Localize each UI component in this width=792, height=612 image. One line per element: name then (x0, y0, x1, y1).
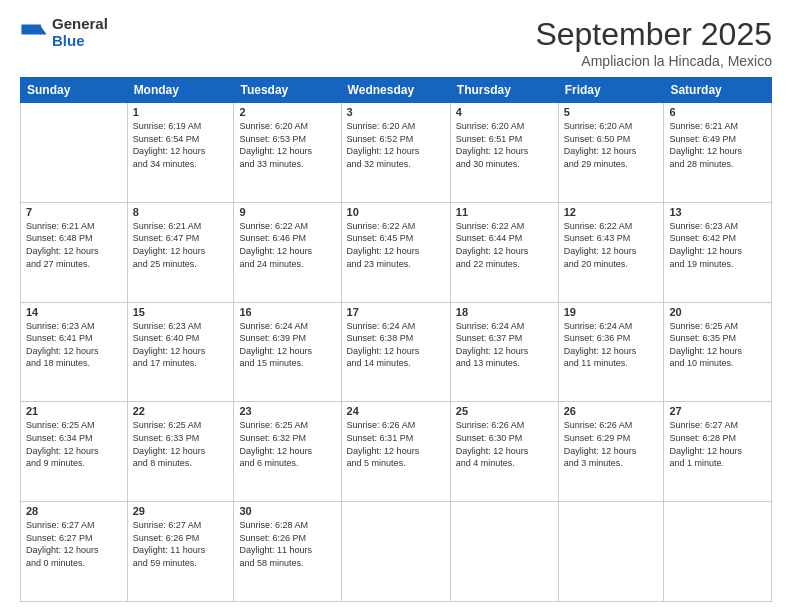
day-number: 26 (564, 405, 659, 417)
day-content: Sunrise: 6:28 AM Sunset: 6:26 PM Dayligh… (239, 519, 335, 569)
calendar-cell: 20Sunrise: 6:25 AM Sunset: 6:35 PM Dayli… (664, 302, 772, 402)
day-number: 11 (456, 206, 553, 218)
day-header-thursday: Thursday (450, 78, 558, 103)
day-content: Sunrise: 6:25 AM Sunset: 6:32 PM Dayligh… (239, 419, 335, 469)
calendar-cell: 10Sunrise: 6:22 AM Sunset: 6:45 PM Dayli… (341, 202, 450, 302)
day-header-tuesday: Tuesday (234, 78, 341, 103)
calendar-cell: 16Sunrise: 6:24 AM Sunset: 6:39 PM Dayli… (234, 302, 341, 402)
day-number: 15 (133, 306, 229, 318)
day-header-monday: Monday (127, 78, 234, 103)
day-number: 25 (456, 405, 553, 417)
day-content: Sunrise: 6:23 AM Sunset: 6:41 PM Dayligh… (26, 320, 122, 370)
day-header-sunday: Sunday (21, 78, 128, 103)
logo-general: General (52, 16, 108, 33)
calendar-cell: 28Sunrise: 6:27 AM Sunset: 6:27 PM Dayli… (21, 502, 128, 602)
day-number: 20 (669, 306, 766, 318)
day-content: Sunrise: 6:21 AM Sunset: 6:49 PM Dayligh… (669, 120, 766, 170)
logo-blue: Blue (52, 33, 108, 50)
day-number: 29 (133, 505, 229, 517)
day-header-saturday: Saturday (664, 78, 772, 103)
calendar-cell: 30Sunrise: 6:28 AM Sunset: 6:26 PM Dayli… (234, 502, 341, 602)
day-number: 30 (239, 505, 335, 517)
calendar-cell: 6Sunrise: 6:21 AM Sunset: 6:49 PM Daylig… (664, 103, 772, 203)
logo-icon (20, 19, 48, 47)
calendar-cell: 27Sunrise: 6:27 AM Sunset: 6:28 PM Dayli… (664, 402, 772, 502)
day-content: Sunrise: 6:25 AM Sunset: 6:35 PM Dayligh… (669, 320, 766, 370)
calendar-cell: 19Sunrise: 6:24 AM Sunset: 6:36 PM Dayli… (558, 302, 664, 402)
week-row-1: 1Sunrise: 6:19 AM Sunset: 6:54 PM Daylig… (21, 103, 772, 203)
calendar-cell: 7Sunrise: 6:21 AM Sunset: 6:48 PM Daylig… (21, 202, 128, 302)
day-number: 12 (564, 206, 659, 218)
day-number: 3 (347, 106, 445, 118)
day-number: 1 (133, 106, 229, 118)
day-content: Sunrise: 6:24 AM Sunset: 6:39 PM Dayligh… (239, 320, 335, 370)
day-content: Sunrise: 6:27 AM Sunset: 6:26 PM Dayligh… (133, 519, 229, 569)
day-number: 24 (347, 405, 445, 417)
logo-text: General Blue (52, 16, 108, 49)
calendar-cell: 3Sunrise: 6:20 AM Sunset: 6:52 PM Daylig… (341, 103, 450, 203)
day-number: 21 (26, 405, 122, 417)
calendar-cell: 15Sunrise: 6:23 AM Sunset: 6:40 PM Dayli… (127, 302, 234, 402)
calendar-cell: 8Sunrise: 6:21 AM Sunset: 6:47 PM Daylig… (127, 202, 234, 302)
calendar-cell: 5Sunrise: 6:20 AM Sunset: 6:50 PM Daylig… (558, 103, 664, 203)
day-content: Sunrise: 6:26 AM Sunset: 6:31 PM Dayligh… (347, 419, 445, 469)
day-content: Sunrise: 6:21 AM Sunset: 6:48 PM Dayligh… (26, 220, 122, 270)
day-content: Sunrise: 6:22 AM Sunset: 6:46 PM Dayligh… (239, 220, 335, 270)
calendar-cell: 24Sunrise: 6:26 AM Sunset: 6:31 PM Dayli… (341, 402, 450, 502)
calendar: SundayMondayTuesdayWednesdayThursdayFrid… (20, 77, 772, 602)
month-title: September 2025 (535, 16, 772, 53)
day-content: Sunrise: 6:20 AM Sunset: 6:50 PM Dayligh… (564, 120, 659, 170)
calendar-cell: 14Sunrise: 6:23 AM Sunset: 6:41 PM Dayli… (21, 302, 128, 402)
day-number: 22 (133, 405, 229, 417)
day-number: 7 (26, 206, 122, 218)
week-row-3: 14Sunrise: 6:23 AM Sunset: 6:41 PM Dayli… (21, 302, 772, 402)
day-number: 28 (26, 505, 122, 517)
day-number: 9 (239, 206, 335, 218)
day-content: Sunrise: 6:24 AM Sunset: 6:37 PM Dayligh… (456, 320, 553, 370)
header-row: SundayMondayTuesdayWednesdayThursdayFrid… (21, 78, 772, 103)
day-content: Sunrise: 6:19 AM Sunset: 6:54 PM Dayligh… (133, 120, 229, 170)
calendar-cell: 29Sunrise: 6:27 AM Sunset: 6:26 PM Dayli… (127, 502, 234, 602)
day-content: Sunrise: 6:22 AM Sunset: 6:43 PM Dayligh… (564, 220, 659, 270)
calendar-cell: 1Sunrise: 6:19 AM Sunset: 6:54 PM Daylig… (127, 103, 234, 203)
calendar-cell: 9Sunrise: 6:22 AM Sunset: 6:46 PM Daylig… (234, 202, 341, 302)
calendar-cell (664, 502, 772, 602)
day-content: Sunrise: 6:20 AM Sunset: 6:53 PM Dayligh… (239, 120, 335, 170)
day-content: Sunrise: 6:25 AM Sunset: 6:34 PM Dayligh… (26, 419, 122, 469)
calendar-cell: 21Sunrise: 6:25 AM Sunset: 6:34 PM Dayli… (21, 402, 128, 502)
day-number: 14 (26, 306, 122, 318)
logo: General Blue (20, 16, 108, 49)
day-number: 23 (239, 405, 335, 417)
day-content: Sunrise: 6:20 AM Sunset: 6:52 PM Dayligh… (347, 120, 445, 170)
calendar-cell: 18Sunrise: 6:24 AM Sunset: 6:37 PM Dayli… (450, 302, 558, 402)
calendar-cell: 23Sunrise: 6:25 AM Sunset: 6:32 PM Dayli… (234, 402, 341, 502)
day-number: 16 (239, 306, 335, 318)
calendar-cell: 17Sunrise: 6:24 AM Sunset: 6:38 PM Dayli… (341, 302, 450, 402)
day-number: 8 (133, 206, 229, 218)
day-number: 2 (239, 106, 335, 118)
day-content: Sunrise: 6:21 AM Sunset: 6:47 PM Dayligh… (133, 220, 229, 270)
calendar-table: SundayMondayTuesdayWednesdayThursdayFrid… (20, 77, 772, 602)
day-content: Sunrise: 6:22 AM Sunset: 6:45 PM Dayligh… (347, 220, 445, 270)
day-content: Sunrise: 6:24 AM Sunset: 6:38 PM Dayligh… (347, 320, 445, 370)
day-header-wednesday: Wednesday (341, 78, 450, 103)
day-number: 5 (564, 106, 659, 118)
calendar-cell: 4Sunrise: 6:20 AM Sunset: 6:51 PM Daylig… (450, 103, 558, 203)
calendar-cell (450, 502, 558, 602)
day-content: Sunrise: 6:27 AM Sunset: 6:27 PM Dayligh… (26, 519, 122, 569)
day-number: 4 (456, 106, 553, 118)
calendar-cell (21, 103, 128, 203)
calendar-cell: 12Sunrise: 6:22 AM Sunset: 6:43 PM Dayli… (558, 202, 664, 302)
calendar-cell: 11Sunrise: 6:22 AM Sunset: 6:44 PM Dayli… (450, 202, 558, 302)
day-content: Sunrise: 6:26 AM Sunset: 6:29 PM Dayligh… (564, 419, 659, 469)
page: General Blue September 2025 Ampliacion l… (0, 0, 792, 612)
calendar-cell: 2Sunrise: 6:20 AM Sunset: 6:53 PM Daylig… (234, 103, 341, 203)
week-row-4: 21Sunrise: 6:25 AM Sunset: 6:34 PM Dayli… (21, 402, 772, 502)
day-content: Sunrise: 6:26 AM Sunset: 6:30 PM Dayligh… (456, 419, 553, 469)
day-number: 10 (347, 206, 445, 218)
day-number: 27 (669, 405, 766, 417)
day-content: Sunrise: 6:25 AM Sunset: 6:33 PM Dayligh… (133, 419, 229, 469)
day-content: Sunrise: 6:23 AM Sunset: 6:42 PM Dayligh… (669, 220, 766, 270)
calendar-cell (341, 502, 450, 602)
header: General Blue September 2025 Ampliacion l… (20, 16, 772, 69)
